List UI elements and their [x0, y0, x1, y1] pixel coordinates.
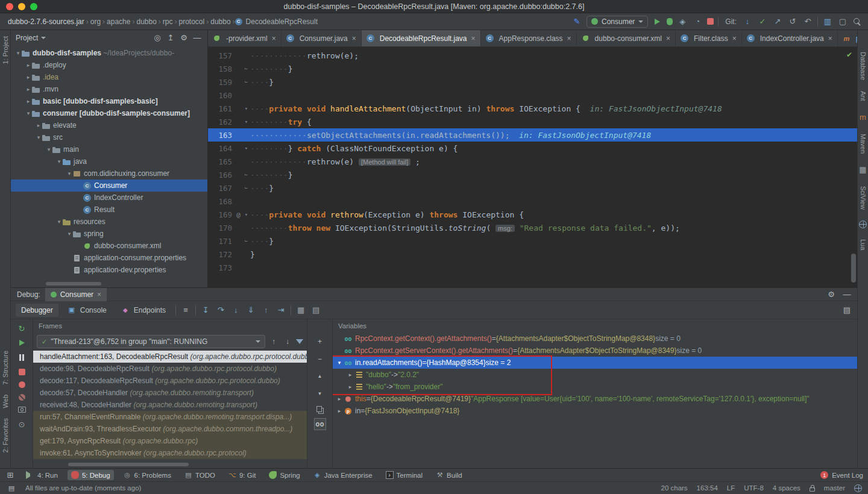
filter-funnel-icon[interactable]	[296, 339, 303, 344]
tool-button-web[interactable]: Web	[2, 395, 9, 408]
restore-layout-icon[interactable]: ▤	[841, 305, 852, 316]
code-line[interactable]: 170········throw new IOException(StringU…	[208, 221, 857, 234]
project-tree-item[interactable]: ▾com.didichuxing.consumer	[11, 167, 207, 180]
move-watch-down-button[interactable]: ▼	[315, 389, 326, 399]
close-tab-icon[interactable]: ×	[828, 34, 832, 43]
step-out-button[interactable]: ↑	[260, 305, 271, 316]
project-tree-item[interactable]: CIndexController	[11, 192, 207, 204]
tool-button-ant[interactable]: Ant	[860, 91, 867, 101]
code-line[interactable]: 160	[208, 89, 857, 102]
fold-marker-icon[interactable]: ▾	[242, 145, 250, 151]
git-branch-button[interactable]: master	[824, 484, 845, 492]
chevron-collapsed-icon[interactable]: ▸	[25, 86, 32, 92]
profiler-button[interactable]: ◔	[692, 16, 703, 27]
collapse-all-button[interactable]: ↥	[165, 33, 176, 43]
tool-button-2-favorites[interactable]: 2: Favorites	[2, 418, 9, 452]
project-tree-item[interactable]: ▾main	[11, 143, 207, 155]
code-editor[interactable]: 157············rethrow(e);158⌐········}1…	[208, 47, 857, 287]
editor-tab[interactable]: CIndexController.java×	[742, 30, 838, 46]
remove-watch-button[interactable]: −	[315, 354, 326, 364]
project-tree-item[interactable]: CConsumer	[11, 180, 207, 192]
toolwindow-button-build[interactable]: ⚒Build	[432, 470, 466, 480]
close-session-icon[interactable]: ×	[97, 290, 101, 299]
stack-frame-row[interactable]: invoke:61, AsyncToSyncInvoker (org.apach…	[33, 447, 307, 459]
code-line[interactable]: 173	[208, 261, 857, 274]
grid-icon[interactable]: ▦	[858, 164, 868, 175]
chevron-expanded-icon[interactable]: ▾	[25, 110, 32, 116]
toolwindow-switcher-icon[interactable]: ▤	[6, 483, 17, 493]
chevron-expanded-icon[interactable]: ▾	[55, 158, 63, 164]
chevron-collapsed-icon[interactable]: ▸	[35, 122, 42, 128]
project-tree-item[interactable]: application-consumer.properties	[11, 252, 207, 264]
globe-icon[interactable]	[854, 484, 862, 492]
event-log-button[interactable]: Event Log	[832, 472, 863, 479]
code-line[interactable]: 163············setObjectAttachments(in.r…	[208, 128, 857, 142]
debugger-tab-debugger[interactable]: Debugger	[16, 304, 58, 317]
commit-button[interactable]: ✓	[757, 16, 768, 27]
push-button[interactable]: ↗	[772, 16, 783, 27]
toolbox-icon[interactable]: ▥	[822, 16, 833, 27]
frame-down-icon[interactable]: ↓	[282, 336, 293, 347]
chevron-collapsed-icon[interactable]: ▸	[335, 396, 344, 402]
tool-button-1-project[interactable]: 1: Project	[2, 36, 9, 64]
show-execution-point-button[interactable]: ↧	[200, 305, 211, 316]
fold-marker-icon[interactable]: ▾	[242, 105, 250, 111]
code-line[interactable]: 159⌐····}	[208, 75, 857, 89]
debugger-tab-console[interactable]: ▣Console	[61, 302, 112, 318]
status-item[interactable]: 20 chars	[661, 484, 688, 492]
chevron-expanded-icon[interactable]: ▾	[14, 50, 22, 56]
status-item[interactable]: 163:54	[697, 484, 718, 492]
chevron-expanded-icon[interactable]: ▾	[55, 219, 63, 225]
variable-row[interactable]: ▸"dubbo" -> "2.0.2"	[333, 369, 857, 381]
hide-panel-icon[interactable]: —	[841, 289, 852, 300]
close-tab-icon[interactable]: ×	[567, 34, 571, 43]
code-line[interactable]: 162▾········try {	[208, 115, 857, 128]
thread-dump-camera-button[interactable]	[18, 407, 26, 413]
update-project-button[interactable]: ↓	[742, 16, 753, 27]
editor-tab[interactable]: CConsumer.java×	[281, 30, 362, 46]
status-item[interactable]: UTF-8	[744, 484, 764, 492]
hide-panel-button[interactable]: —	[192, 33, 203, 43]
chevron-collapsed-icon[interactable]: ▸	[346, 384, 354, 390]
toolwindow-button-4-run[interactable]: 4: Run	[22, 470, 61, 480]
fold-marker-icon[interactable]: ▾	[242, 211, 250, 217]
debugger-tab-endpoints[interactable]: ◆Endpoints	[115, 302, 171, 318]
code-line[interactable]: 158⌐········}	[208, 62, 857, 75]
show-watches-toggle[interactable]: oo	[315, 419, 326, 430]
hide-windows-icon[interactable]: ▢	[837, 16, 848, 27]
status-item[interactable]: 4 spaces	[773, 484, 800, 492]
fold-marker-icon[interactable]: ⌐	[242, 172, 250, 178]
project-tree-item[interactable]: ▸basic [dubbo-disf-samples-basic]	[11, 95, 207, 107]
breadcrumb-item[interactable]: org	[89, 17, 102, 26]
variable-row[interactable]: ▾ooin.readAttachments() = {HashMap@8354}…	[333, 357, 857, 369]
stack-frame-row[interactable]: waitAndDrain:93, ThreadlessExecutor (org…	[33, 423, 307, 435]
step-into-button[interactable]: ↓	[230, 305, 241, 316]
code-line[interactable]: 161▾····private void handleAttachment(Ob…	[208, 102, 857, 115]
tool-button-database[interactable]: Database	[860, 52, 867, 80]
rerun-button[interactable]: ↻	[16, 323, 27, 334]
variable-row[interactable]: ooRpcContext.getServerContext().getAttac…	[333, 345, 857, 357]
breadcrumb-item[interactable]: DecodeableRpcResult	[244, 17, 319, 26]
maven-icon[interactable]: m	[858, 112, 868, 123]
editor-tab[interactable]: dubbo-consumer.xml×	[577, 30, 676, 46]
mute-breakpoints-button[interactable]	[19, 394, 25, 401]
local-history-button[interactable]: ↺	[787, 16, 798, 27]
run-button[interactable]	[655, 19, 660, 25]
rollback-button[interactable]: ↶	[802, 16, 813, 27]
run-config-selector[interactable]: Consumer	[587, 16, 648, 28]
inspections-ok-icon[interactable]: ✔	[846, 51, 852, 59]
project-tree-item[interactable]: CResult	[11, 204, 207, 216]
close-tab-icon[interactable]: ×	[666, 34, 670, 43]
tool-button-sciview[interactable]: SciView	[860, 186, 867, 210]
chevron-collapsed-icon[interactable]: ▸	[335, 408, 344, 414]
frames-horizontal-scrollbar[interactable]	[68, 463, 189, 466]
close-window-button[interactable]	[6, 3, 13, 10]
variable-row[interactable]: ▸pin = {FastJsonObjectInput@7418}	[333, 405, 857, 417]
project-tree-item[interactable]: dubbo-consumer.xml	[11, 240, 207, 252]
project-tree-item[interactable]: ▾consumer [dubbo-disf-samples-consumer]	[11, 107, 207, 119]
run-to-cursor-button[interactable]: ⇥	[275, 305, 286, 316]
stack-frame-row[interactable]: get:179, AsyncRpcResult (org.apache.dubb…	[33, 435, 307, 447]
close-tab-icon[interactable]: ×	[272, 34, 276, 43]
tool-windows-icon[interactable]: ⊞	[5, 470, 16, 481]
code-line[interactable]: 166⌐········}	[208, 168, 857, 181]
